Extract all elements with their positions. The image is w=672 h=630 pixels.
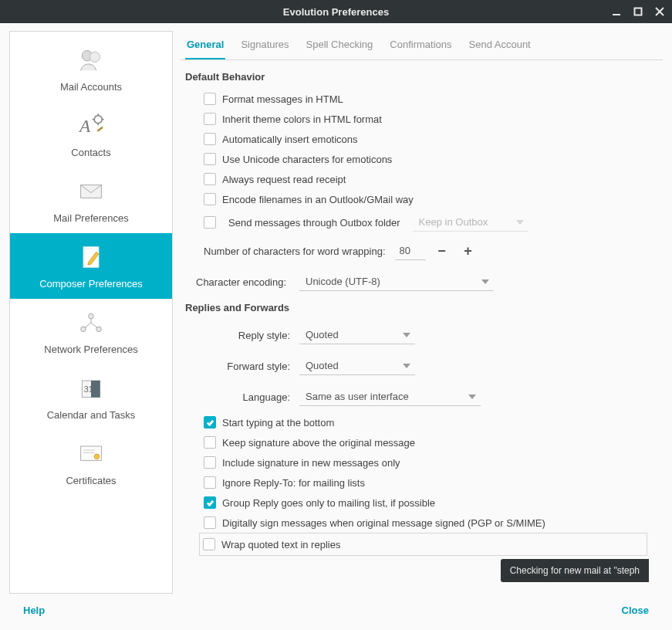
label-read-receipt: Always request read receipt — [222, 174, 346, 185]
sidebar: Mail Accounts A Contacts Mail Preference… — [9, 31, 173, 594]
maximize-button[interactable] — [630, 4, 646, 19]
close-window-button[interactable] — [652, 4, 667, 19]
checkbox-digital-sign[interactable] — [204, 517, 216, 529]
checkbox-unicode-emoticons[interactable] — [204, 153, 216, 165]
checkbox-encode-filenames[interactable] — [204, 193, 216, 205]
svg-point-5 — [89, 52, 100, 62]
select-value: Quoted — [306, 360, 339, 371]
select-value: Keep in Outbox — [419, 216, 488, 228]
envelope-icon — [75, 175, 107, 208]
checkbox-sig-new-only[interactable] — [204, 456, 216, 469]
sidebar-item-label: Certificates — [66, 475, 116, 486]
sidebar-item-mail-accounts[interactable]: Mail Accounts — [10, 36, 172, 102]
label-inherit-theme: Inherit theme colors in HTML format — [222, 113, 382, 125]
sidebar-item-label: Calendar and Tasks — [47, 409, 136, 421]
select-forward-style[interactable]: Quoted — [299, 357, 415, 375]
spin-decrease-button[interactable]: − — [432, 242, 452, 260]
svg-point-19 — [94, 454, 100, 459]
select-value: Unicode (UTF-8) — [306, 276, 380, 287]
checkbox-wrap-quoted[interactable] — [203, 538, 215, 550]
spin-increase-button[interactable]: + — [458, 242, 478, 260]
svg-point-10 — [89, 313, 94, 319]
label-forward-style: Forward style: — [204, 361, 290, 372]
select-reply-style[interactable]: Quoted — [299, 326, 415, 344]
svg-rect-1 — [635, 8, 642, 15]
checkbox-through-outbox[interactable] — [204, 216, 216, 229]
window-title: Evolution Preferences — [283, 6, 389, 18]
compose-icon — [75, 241, 107, 273]
label-digital-sign: Digitally sign messages when original me… — [222, 517, 545, 529]
tab-send-account[interactable]: Send Account — [468, 31, 532, 59]
chevron-down-icon — [403, 333, 410, 337]
checkbox-inherit-theme[interactable] — [204, 113, 216, 125]
calendar-icon: 31 — [75, 372, 107, 405]
label-group-reply: Group Reply goes only to mailing list, i… — [222, 497, 435, 509]
sidebar-item-certificates[interactable]: Certificates — [10, 430, 172, 496]
minimize-button[interactable] — [609, 4, 624, 19]
svg-point-7 — [94, 116, 102, 124]
svg-text:A: A — [78, 116, 91, 136]
tabs: General Signatures Spell Checking Confir… — [181, 31, 663, 60]
checkbox-auto-emoticons[interactable] — [204, 133, 216, 145]
close-button[interactable]: Close — [622, 605, 649, 616]
chevron-down-icon — [481, 279, 489, 284]
checkbox-group-reply[interactable] — [204, 496, 216, 509]
label-format-html: Format messages in HTML — [222, 93, 343, 105]
titlebar: Evolution Preferences — [0, 0, 672, 23]
checkbox-ignore-replyto[interactable] — [204, 476, 216, 489]
checkbox-sig-above[interactable] — [204, 436, 216, 449]
label-sig-above: Keep signature above the original messag… — [222, 437, 415, 449]
label-auto-emoticons: Automatically insert emoticons — [222, 134, 358, 145]
section-replies-forwards: Replies and Forwards — [185, 302, 658, 313]
sidebar-item-label: Network Preferences — [44, 344, 137, 355]
notification-toast: Checking for new mail at "steph — [501, 559, 649, 582]
label-sig-new-only: Include signature in new messages only — [222, 457, 400, 469]
sidebar-item-calendar-tasks[interactable]: 31 Calendar and Tasks — [10, 364, 172, 430]
tab-general[interactable]: General — [185, 31, 225, 59]
tab-spell-checking[interactable]: Spell Checking — [305, 31, 375, 59]
sidebar-item-label: Mail Accounts — [60, 81, 122, 93]
sidebar-item-label: Mail Preferences — [53, 212, 129, 224]
checkbox-format-html[interactable] — [204, 93, 216, 105]
label-encode-filenames: Encode filenames in an Outlook/GMail way — [222, 194, 414, 205]
label-ignore-replyto: Ignore Reply-To: for mailing lists — [222, 477, 365, 489]
section-default-behavior: Default Behavior — [185, 71, 658, 83]
sidebar-item-composer-preferences[interactable]: Composer Preferences — [10, 233, 172, 299]
checkbox-read-receipt[interactable] — [204, 173, 216, 185]
select-keep-in-outbox: Keep in Outbox — [413, 213, 528, 232]
label-unicode-emoticons: Use Unicode characters for emoticons — [222, 154, 392, 165]
label-typing-bottom: Start typing at the bottom — [222, 417, 334, 428]
sidebar-item-label: Contacts — [71, 147, 110, 158]
label-reply-style: Reply style: — [204, 330, 290, 341]
tab-confirmations[interactable]: Confirmations — [388, 31, 453, 59]
input-word-wrap[interactable]: 80 — [395, 242, 426, 260]
label-through-outbox: Send messages through Outbox folder — [228, 217, 400, 229]
checkbox-typing-bottom[interactable] — [204, 416, 216, 428]
chevron-down-icon — [403, 364, 410, 368]
label-word-wrap: Number of characters for word wrapping: — [204, 246, 386, 257]
sidebar-item-contacts[interactable]: A Contacts — [10, 102, 172, 168]
users-icon — [75, 44, 107, 76]
network-icon — [75, 307, 107, 339]
sidebar-item-label: Composer Preferences — [39, 278, 143, 290]
label-character-encoding: Character encoding: — [196, 276, 290, 288]
svg-text:31: 31 — [84, 384, 93, 394]
sidebar-item-network-preferences[interactable]: Network Preferences — [10, 299, 172, 364]
font-gear-icon: A — [75, 110, 107, 142]
tab-signatures[interactable]: Signatures — [239, 31, 290, 59]
label-language: Language: — [204, 391, 290, 403]
label-wrap-quoted: Wrap quoted text in replies — [221, 539, 340, 550]
select-value: Same as user interface — [306, 391, 409, 402]
chevron-down-icon — [516, 220, 524, 225]
help-button[interactable]: Help — [23, 605, 45, 616]
select-language[interactable]: Same as user interface — [299, 388, 481, 406]
chevron-down-icon — [468, 395, 476, 399]
certificate-icon — [75, 438, 107, 470]
sidebar-item-mail-preferences[interactable]: Mail Preferences — [10, 168, 172, 233]
select-character-encoding[interactable]: Unicode (UTF-8) — [299, 273, 494, 291]
select-value: Quoted — [306, 329, 339, 340]
